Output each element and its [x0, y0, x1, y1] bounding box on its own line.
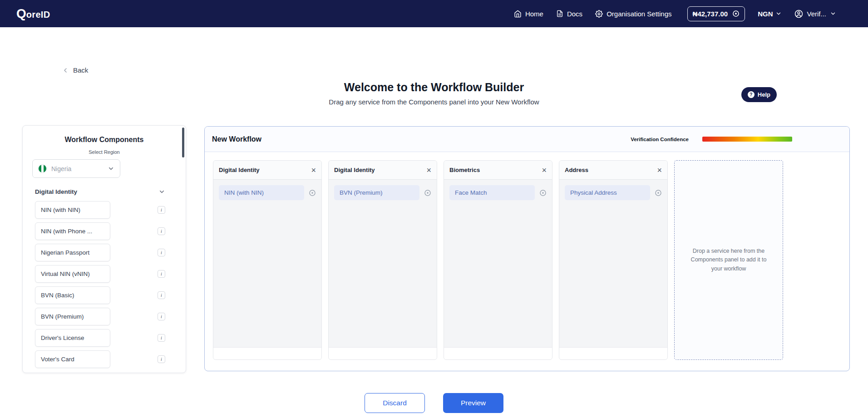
gear-icon: [595, 10, 603, 18]
nav-organisation-settings[interactable]: Organisation Settings: [595, 10, 671, 18]
chevron-left-icon: [62, 67, 69, 74]
workflow-column-4: Address × Physical Address: [559, 160, 668, 360]
info-icon[interactable]: i: [158, 313, 165, 320]
docs-icon: [556, 10, 563, 17]
panel-scrollbar[interactable]: [182, 128, 184, 157]
component-row: NIN (with Phone ... i: [35, 222, 165, 240]
coin-icon: [732, 10, 740, 17]
info-icon[interactable]: i: [158, 227, 165, 235]
nigeria-flag-icon: [38, 164, 47, 173]
column-header: Biometrics ×: [444, 161, 552, 180]
component-item-label: Driver's License: [41, 334, 84, 341]
help-icon: ?: [748, 91, 755, 98]
dropzone[interactable]: Drop a service here from the Components …: [674, 160, 783, 360]
info-icon[interactable]: i: [158, 249, 165, 256]
wallet-balance-button[interactable]: ₦42,737.00: [687, 6, 745, 21]
service-chip[interactable]: BVN (Premium): [334, 185, 419, 200]
nav-docs[interactable]: Docs: [556, 10, 582, 18]
page-heading: Welcome to the Workflow Builder Drag any…: [0, 81, 868, 106]
workflow-column-1: Digital Identity × NIN (with NIN): [213, 160, 322, 360]
component-item-bvn-basic[interactable]: BVN (Basic): [35, 286, 110, 304]
component-item-label: NIN (with Phone ...: [41, 228, 92, 235]
service-option-icon[interactable]: [655, 189, 662, 197]
column-footer: [213, 347, 321, 359]
section-label: Digital Identity: [35, 188, 77, 195]
component-row: Voter's Card i: [35, 350, 165, 368]
workflow-column-2: Digital Identity × BVN (Premium): [328, 160, 437, 360]
top-navbar: QoreID Home Docs Organisation Settings: [0, 0, 868, 27]
chevron-down-icon: [158, 188, 165, 195]
service-chip[interactable]: NIN (with NIN): [219, 185, 304, 200]
help-button[interactable]: ? Help: [741, 87, 777, 102]
column-title: Digital Identity: [334, 167, 375, 173]
column-footer: [444, 347, 552, 359]
column-title: Digital Identity: [219, 167, 260, 173]
remove-column-button[interactable]: ×: [311, 166, 316, 174]
service-option-icon[interactable]: [539, 189, 547, 197]
component-row: NIN (with NIN) i: [35, 201, 165, 219]
service-row: BVN (Premium): [334, 185, 431, 200]
page-title: Welcome to the Workflow Builder: [0, 81, 868, 94]
brand-logo[interactable]: QoreID: [16, 7, 50, 20]
region-value: Nigeria: [51, 165, 103, 172]
column-header: Address ×: [559, 161, 667, 180]
remove-column-button[interactable]: ×: [426, 166, 431, 174]
info-icon[interactable]: i: [158, 355, 165, 363]
service-chip[interactable]: Face Match: [449, 185, 535, 200]
component-item-label: NIN (with NIN): [41, 207, 80, 213]
chevron-down-icon: [775, 10, 782, 17]
currency-value: NGN: [758, 10, 773, 18]
verification-confidence: Verification Confidence: [631, 137, 792, 142]
back-label: Back: [73, 66, 88, 74]
component-item-label: Voter's Card: [41, 356, 74, 363]
preview-button[interactable]: Preview: [443, 393, 503, 413]
select-region-label: Select Region: [23, 149, 186, 155]
help-label: Help: [758, 91, 770, 98]
info-icon[interactable]: i: [158, 270, 165, 278]
component-item-nigerian-passport[interactable]: Nigerian Passport: [35, 244, 110, 261]
back-button[interactable]: Back: [62, 66, 88, 74]
service-row: Physical Address: [565, 185, 662, 200]
confidence-label: Verification Confidence: [631, 137, 689, 142]
component-item-drivers-license[interactable]: Driver's License: [35, 329, 110, 347]
column-title: Address: [565, 167, 588, 173]
service-option-icon[interactable]: [309, 189, 316, 197]
workflow-column-3: Biometrics × Face Match: [444, 160, 552, 360]
currency-selector[interactable]: NGN: [758, 10, 782, 18]
remove-column-button[interactable]: ×: [542, 166, 547, 174]
navbar-right: Home Docs Organisation Settings ₦42,737.…: [514, 6, 836, 21]
component-row: Nigerian Passport i: [35, 244, 165, 261]
remove-column-button[interactable]: ×: [657, 166, 662, 174]
user-menu[interactable]: Verif...: [794, 10, 836, 18]
wallet-balance-value: ₦42,737.00: [693, 10, 728, 18]
brand-rest: oreID: [26, 10, 50, 20]
component-item-bvn-premium[interactable]: BVN (Premium): [35, 308, 110, 325]
service-chip[interactable]: Physical Address: [565, 185, 650, 200]
component-row: Driver's License i: [35, 329, 165, 347]
component-item-label: BVN (Premium): [41, 313, 84, 320]
column-footer: [559, 347, 667, 359]
component-item-nin-with-phone[interactable]: NIN (with Phone ...: [35, 222, 110, 240]
info-icon[interactable]: i: [158, 334, 165, 342]
component-row: Virtual NIN (vNIN) i: [35, 265, 165, 283]
nav-docs-label: Docs: [567, 10, 582, 18]
info-icon[interactable]: i: [158, 206, 165, 214]
info-icon[interactable]: i: [158, 291, 165, 299]
app-root: QoreID Home Docs Organisation Settings: [0, 0, 868, 418]
service-option-icon[interactable]: [424, 189, 431, 197]
page-subtitle: Drag any service from the Components pan…: [0, 98, 868, 106]
components-list: NIN (with NIN) i NIN (with Phone ... i N…: [35, 201, 165, 368]
component-item-nin-with-nin[interactable]: NIN (with NIN): [35, 201, 110, 219]
dropzone-text: Drop a service here from the Components …: [690, 247, 767, 273]
workflow-canvas: Digital Identity × NIN (with NIN) Digita…: [205, 152, 849, 360]
nav-home[interactable]: Home: [514, 10, 543, 18]
component-item-virtual-nin[interactable]: Virtual NIN (vNIN): [35, 265, 110, 283]
footer-actions: Discard Preview: [0, 393, 868, 413]
workflow-header: New Workflow Verification Confidence: [205, 127, 849, 152]
component-item-label: Virtual NIN (vNIN): [41, 270, 90, 277]
section-digital-identity[interactable]: Digital Identity: [35, 188, 165, 195]
region-select[interactable]: Nigeria: [32, 159, 120, 178]
discard-button[interactable]: Discard: [365, 393, 425, 413]
component-item-voters-card[interactable]: Voter's Card: [35, 350, 110, 368]
home-icon: [514, 10, 522, 18]
